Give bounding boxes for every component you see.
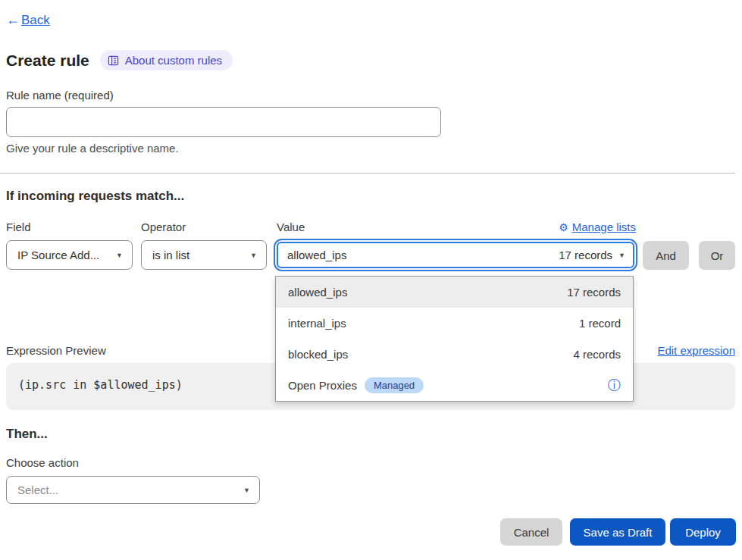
list-item-records: 1 record [579,317,621,330]
then-section-heading: Then... [6,427,48,442]
operator-select-value: is in list [152,249,189,261]
value-label: Value [277,221,305,233]
book-icon [108,55,119,66]
list-item-name: blocked_ips [288,348,348,361]
choose-action-label: Choose action [6,456,79,469]
chevron-down-icon: ▼ [250,252,257,259]
about-badge-label: About custom rules [125,54,222,67]
list-item-open-proxies[interactable]: Open Proxies Managed ⓘ [276,370,633,401]
value-select-value: allowed_ips [287,249,346,261]
operator-label: Operator [141,221,186,233]
operator-select[interactable]: is in list ▼ [141,240,267,270]
edit-expression-link[interactable]: Edit expression [657,344,735,357]
page-title: Create rule [6,52,89,70]
list-item-name: internal_ips [288,317,346,330]
and-button[interactable]: And [643,241,689,270]
list-item-internal-ips[interactable]: internal_ips 1 record [276,308,633,339]
value-select-focus-ring: allowed_ips 17 records ▼ [274,239,637,271]
list-item-blocked-ips[interactable]: blocked_ips 4 records [276,339,633,370]
value-select[interactable]: allowed_ips 17 records ▼ [277,242,634,268]
create-rule-page: ←Back Create rule About custom rules Rul… [0,0,742,560]
expression-preview-label: Expression Preview [6,344,106,357]
list-item-records: 4 records [573,348,621,361]
list-item-records: 17 records [567,286,621,299]
save-draft-button[interactable]: Save as Draft [570,518,665,546]
rule-name-label: Rule name (required) [6,89,114,102]
gear-icon: ⚙ [559,221,568,233]
managed-badge: Managed [365,377,424,393]
list-item-name: allowed_ips [288,286,347,299]
rule-name-helper: Give your rule a descriptive name. [6,142,179,155]
chevron-down-icon: ▼ [618,252,625,259]
match-section-heading: If incoming requests match... [6,189,184,204]
chevron-down-icon: ▼ [116,252,123,259]
title-row: Create rule About custom rules [6,50,233,70]
list-dropdown-menu: allowed_ips 17 records internal_ips 1 re… [275,276,634,402]
expression-code: (ip.src in $allowed_ips) [18,378,183,392]
manage-lists-label: Manage lists [572,221,636,233]
field-label: Field [6,221,31,233]
chevron-down-icon: ▼ [243,486,250,494]
back-arrow-icon: ← [6,12,20,28]
about-custom-rules-badge[interactable]: About custom rules [100,50,233,70]
back-label: Back [21,13,50,28]
deploy-button[interactable]: Deploy [670,518,736,546]
rule-name-input[interactable] [6,107,441,137]
field-select-value: IP Source Add... [17,249,99,261]
info-icon[interactable]: ⓘ [608,379,621,392]
back-link[interactable]: ←Back [6,12,50,28]
or-button[interactable]: Or [699,241,735,270]
value-records-count: 17 records [559,249,612,261]
list-item-name: Open Proxies [288,379,357,392]
action-select[interactable]: Select... ▼ [6,476,260,504]
list-item-allowed-ips[interactable]: allowed_ips 17 records [276,277,633,308]
field-select[interactable]: IP Source Add... ▼ [6,240,133,270]
section-divider [0,173,735,174]
cancel-button[interactable]: Cancel [500,518,562,546]
manage-lists-link[interactable]: ⚙ Manage lists [559,221,636,233]
action-select-placeholder: Select... [17,483,58,496]
